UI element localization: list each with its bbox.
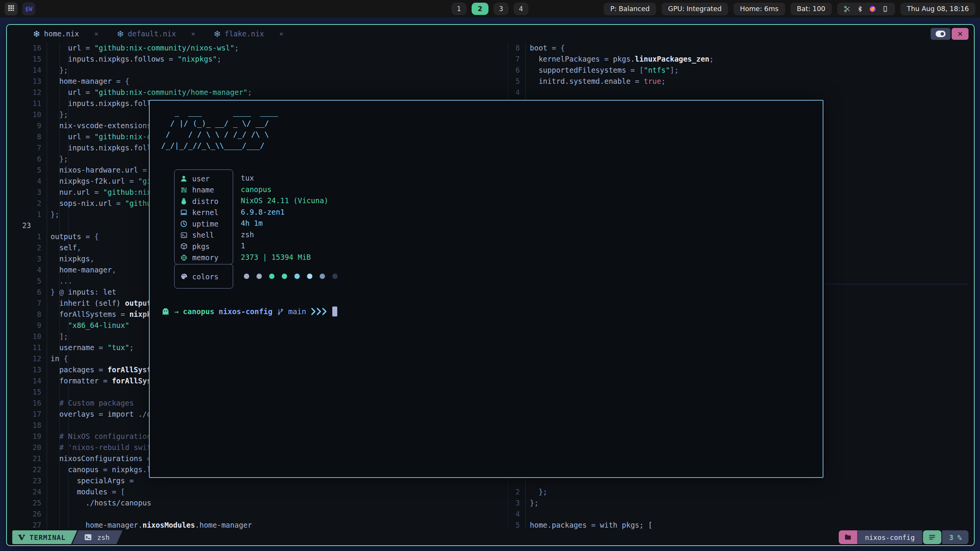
token: , <box>77 243 81 252</box>
fetch-value-memory: 2373 | 15394 MiB <box>241 252 311 263</box>
token: = <box>125 476 138 485</box>
line-number: 6 <box>497 65 520 76</box>
kernel-icon <box>179 209 189 216</box>
status-module[interactable]: Bat: 100 <box>791 3 832 15</box>
token: inputs.nixpkgs.follows <box>51 99 164 108</box>
token: kernelPackages <box>530 55 600 63</box>
code-line: nixosConfigurations = { <box>51 453 160 464</box>
token: = <box>112 199 125 207</box>
workspace-button-2[interactable]: 2 <box>472 3 488 15</box>
fetch-label: pkgs <box>192 242 210 251</box>
token: ... <box>51 277 72 285</box>
fetch-row-distro: distro <box>175 196 233 207</box>
token: # 'nixos-rebuild switch' <box>51 443 164 452</box>
fetch-row-kernel: kernel <box>175 207 233 218</box>
color-dot <box>332 274 338 279</box>
color-dot <box>282 274 287 279</box>
token: }; <box>51 210 59 218</box>
tab-close-icon[interactable]: ✕ <box>95 30 98 37</box>
line-number: 2 <box>12 242 41 253</box>
shell-icon <box>179 231 189 239</box>
status-module[interactable]: P: Balanced <box>604 3 656 15</box>
system-tray[interactable] <box>837 3 895 15</box>
token: initrd.systemd.enable <box>530 77 630 85</box>
fetch-value-shell: zsh <box>241 229 254 241</box>
tab-default.nix[interactable]: default.nix✕ <box>113 29 199 38</box>
fetch-label: kernel <box>192 208 219 217</box>
token: nixpkgs-f2k.url <box>51 177 125 185</box>
code-row: 8boot = { <box>7 42 974 54</box>
token: }; <box>530 487 547 496</box>
toggle-button[interactable] <box>931 28 951 40</box>
bluetooth-icon[interactable] <box>857 6 863 12</box>
token: : <box>94 288 103 296</box>
token: } @ <box>51 288 68 296</box>
token: formatter <box>51 377 99 385</box>
code-line: }; <box>51 153 68 165</box>
folder-segment <box>839 530 857 544</box>
line-number: 4 <box>12 264 41 276</box>
line-number: 14 <box>12 375 41 386</box>
code-line: inherit (self) outputs; <box>51 298 160 309</box>
floating-terminal[interactable]: _ ___ ____ ____ / |/ (_)_ __/ _ \/ __/ /… <box>149 100 823 478</box>
clock[interactable]: Thu Aug 08, 18:16 <box>900 3 975 15</box>
code-line: ... <box>51 276 72 287</box>
shell-label: zsh <box>97 533 110 541</box>
list-segment <box>923 530 941 544</box>
workspace-button-1[interactable]: 1 <box>452 3 466 15</box>
swww-icon[interactable] <box>869 5 876 13</box>
code-line: self, <box>51 242 81 253</box>
tab-close-icon[interactable]: ✕ <box>191 30 195 37</box>
token: = { <box>547 44 565 52</box>
token: boot <box>530 44 547 52</box>
workspace-button-4[interactable]: 4 <box>514 3 528 15</box>
color-dot <box>320 274 325 279</box>
code-line: specialArgs = <box>51 475 138 486</box>
workspace-button-3[interactable]: 3 <box>494 3 508 15</box>
tab-home.nix[interactable]: home.nix✕ <box>29 29 102 38</box>
colors-label: colors <box>192 272 219 281</box>
folder-icon <box>844 533 852 541</box>
vim-icon <box>18 533 26 541</box>
status-module[interactable]: Home: 6ms <box>733 3 785 15</box>
phone-icon[interactable] <box>882 6 889 12</box>
code-row: 5home.packages = with pkgs; [ <box>7 520 974 529</box>
tab-label: flake.nix <box>225 29 264 38</box>
app-launcher-button[interactable] <box>5 2 18 15</box>
window-close-button[interactable]: ✕ <box>952 28 969 40</box>
code-line: }; <box>51 209 59 220</box>
current-line-number: 23 <box>22 220 51 231</box>
fetch-row-user: user <box>175 173 233 184</box>
token: specialArgs <box>51 476 125 485</box>
token: = <box>94 343 107 352</box>
fetch-label: uptime <box>192 220 219 228</box>
fetch-label: user <box>192 174 210 183</box>
line-number: 3 <box>497 497 520 509</box>
code-line: }; <box>51 109 68 120</box>
scroll-percent: 3 % <box>942 530 969 544</box>
topbar-modules: P: BalancedGPU: IntegratedHome: 6msBat: … <box>604 3 975 15</box>
top-status-bar: $W 1234 P: BalancedGPU: IntegratedHome: … <box>0 0 980 18</box>
user-icon <box>179 175 189 183</box>
window-switcher-button[interactable]: $W <box>22 2 35 15</box>
line-number: 9 <box>12 120 41 131</box>
chevrons-icon <box>310 308 327 315</box>
line-number: 1 <box>12 209 41 220</box>
code-line: # 'nixos-rebuild switch' <box>51 442 164 453</box>
line-number: 8 <box>12 131 41 142</box>
scissors-icon[interactable] <box>844 5 851 13</box>
token: self <box>51 243 77 252</box>
code-line: supportedFilesystems = ["ntfs"]; <box>530 65 679 76</box>
token: pkgs. <box>613 55 635 63</box>
status-module[interactable]: GPU: Integrated <box>662 3 728 15</box>
tab-flake.nix[interactable]: flake.nix✕ <box>210 29 287 38</box>
code-row: 6 supportedFilesystems = ["ntfs"]; <box>7 65 974 76</box>
tab-close-icon[interactable]: ✕ <box>279 30 283 37</box>
nix-snowflake-icon <box>33 30 40 37</box>
line-number: 18 <box>12 420 41 431</box>
line-number: 8 <box>497 42 520 54</box>
memory-icon <box>179 254 189 261</box>
token: home.packages <box>530 521 587 529</box>
fetch-value-hname: canopus <box>241 184 271 196</box>
shell-prompt[interactable]: →canopusnixos-configmain <box>161 306 337 317</box>
